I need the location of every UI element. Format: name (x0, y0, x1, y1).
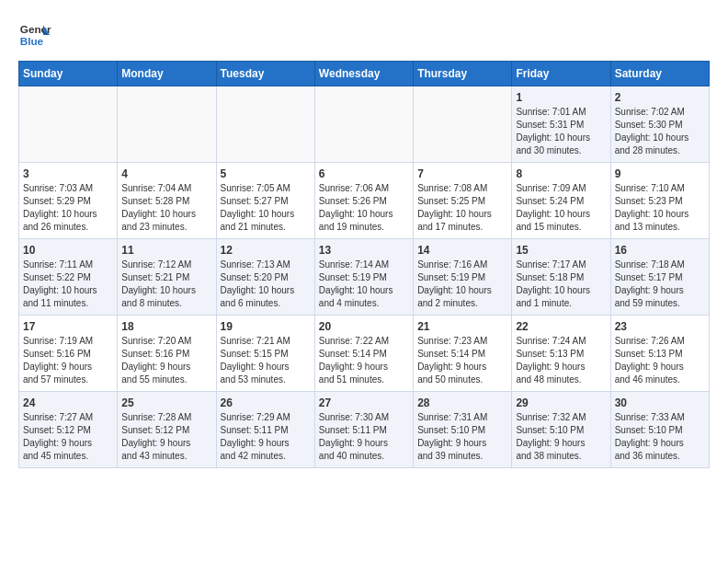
day-number: 26 (221, 396, 311, 409)
calendar-cell (414, 86, 512, 163)
day-number: 21 (417, 320, 507, 333)
weekday-header-wednesday: Wednesday (314, 62, 413, 86)
calendar-cell: 5Sunrise: 7:05 AM Sunset: 5:27 PM Daylig… (216, 163, 314, 239)
day-info: Sunrise: 7:22 AM Sunset: 5:14 PM Dayligh… (319, 335, 409, 386)
day-info: Sunrise: 7:13 AM Sunset: 5:20 PM Dayligh… (221, 259, 311, 310)
weekday-header-thursday: Thursday (414, 62, 512, 86)
day-info: Sunrise: 7:27 AM Sunset: 5:12 PM Dayligh… (23, 411, 113, 463)
day-info: Sunrise: 7:06 AM Sunset: 5:26 PM Dayligh… (319, 182, 409, 234)
calendar-cell: 18Sunrise: 7:20 AM Sunset: 5:16 PM Dayli… (118, 316, 216, 392)
calendar-cell: 16Sunrise: 7:18 AM Sunset: 5:17 PM Dayli… (610, 239, 709, 316)
day-info: Sunrise: 7:18 AM Sunset: 5:17 PM Dayligh… (615, 259, 705, 310)
calendar-cell: 26Sunrise: 7:29 AM Sunset: 5:11 PM Dayli… (216, 392, 314, 468)
day-info: Sunrise: 7:33 AM Sunset: 5:10 PM Dayligh… (615, 411, 705, 463)
day-number: 3 (23, 167, 113, 180)
day-number: 27 (319, 396, 409, 409)
day-number: 14 (417, 244, 507, 257)
day-number: 9 (615, 167, 705, 180)
day-info: Sunrise: 7:32 AM Sunset: 5:10 PM Dayligh… (516, 411, 606, 463)
calendar-cell: 15Sunrise: 7:17 AM Sunset: 5:18 PM Dayli… (512, 239, 610, 316)
day-number: 10 (23, 244, 113, 257)
day-info: Sunrise: 7:24 AM Sunset: 5:13 PM Dayligh… (516, 335, 606, 386)
day-number: 20 (319, 320, 409, 333)
day-info: Sunrise: 7:12 AM Sunset: 5:21 PM Dayligh… (121, 259, 211, 310)
logo: General Blue (18, 18, 55, 52)
calendar-cell: 14Sunrise: 7:16 AM Sunset: 5:19 PM Dayli… (414, 239, 512, 316)
calendar-cell: 6Sunrise: 7:06 AM Sunset: 5:26 PM Daylig… (314, 163, 413, 239)
calendar-cell: 22Sunrise: 7:24 AM Sunset: 5:13 PM Dayli… (512, 316, 610, 392)
day-number: 11 (121, 244, 211, 257)
weekday-header-sunday: Sunday (19, 62, 118, 86)
calendar-cell: 9Sunrise: 7:10 AM Sunset: 5:23 PM Daylig… (610, 163, 709, 239)
calendar-cell (314, 86, 413, 163)
day-number: 4 (121, 167, 211, 180)
day-info: Sunrise: 7:10 AM Sunset: 5:23 PM Dayligh… (615, 182, 705, 234)
day-info: Sunrise: 7:02 AM Sunset: 5:30 PM Dayligh… (615, 106, 705, 157)
day-number: 2 (615, 91, 705, 104)
calendar-cell: 19Sunrise: 7:21 AM Sunset: 5:15 PM Dayli… (216, 316, 314, 392)
calendar-cell: 28Sunrise: 7:31 AM Sunset: 5:10 PM Dayli… (414, 392, 512, 468)
calendar-cell: 10Sunrise: 7:11 AM Sunset: 5:22 PM Dayli… (19, 239, 118, 316)
day-number: 1 (516, 91, 606, 104)
day-info: Sunrise: 7:05 AM Sunset: 5:27 PM Dayligh… (221, 182, 311, 234)
page-header: General Blue (18, 18, 710, 52)
day-number: 23 (615, 320, 705, 333)
day-number: 30 (615, 396, 705, 409)
calendar-week-row: 3Sunrise: 7:03 AM Sunset: 5:29 PM Daylig… (19, 163, 710, 239)
day-info: Sunrise: 7:16 AM Sunset: 5:19 PM Dayligh… (417, 259, 507, 310)
calendar-cell: 23Sunrise: 7:26 AM Sunset: 5:13 PM Dayli… (610, 316, 709, 392)
day-number: 19 (221, 320, 311, 333)
calendar-cell: 27Sunrise: 7:30 AM Sunset: 5:11 PM Dayli… (314, 392, 413, 468)
calendar-cell: 29Sunrise: 7:32 AM Sunset: 5:10 PM Dayli… (512, 392, 610, 468)
day-number: 18 (121, 320, 211, 333)
day-info: Sunrise: 7:19 AM Sunset: 5:16 PM Dayligh… (23, 335, 113, 386)
day-info: Sunrise: 7:20 AM Sunset: 5:16 PM Dayligh… (121, 335, 211, 386)
calendar-cell: 12Sunrise: 7:13 AM Sunset: 5:20 PM Dayli… (216, 239, 314, 316)
calendar-cell: 25Sunrise: 7:28 AM Sunset: 5:12 PM Dayli… (118, 392, 216, 468)
calendar-week-row: 1Sunrise: 7:01 AM Sunset: 5:31 PM Daylig… (19, 86, 710, 163)
day-info: Sunrise: 7:31 AM Sunset: 5:10 PM Dayligh… (417, 411, 507, 463)
day-number: 13 (319, 244, 409, 257)
calendar-cell: 30Sunrise: 7:33 AM Sunset: 5:10 PM Dayli… (610, 392, 709, 468)
day-number: 24 (23, 396, 113, 409)
weekday-header-monday: Monday (118, 62, 216, 86)
logo-icon: General Blue (18, 18, 51, 52)
day-info: Sunrise: 7:04 AM Sunset: 5:28 PM Dayligh… (121, 182, 211, 234)
day-info: Sunrise: 7:01 AM Sunset: 5:31 PM Dayligh… (516, 106, 606, 157)
calendar-cell: 2Sunrise: 7:02 AM Sunset: 5:30 PM Daylig… (610, 86, 709, 163)
day-info: Sunrise: 7:26 AM Sunset: 5:13 PM Dayligh… (615, 335, 705, 386)
day-number: 7 (417, 167, 507, 180)
day-number: 25 (121, 396, 211, 409)
calendar-cell: 17Sunrise: 7:19 AM Sunset: 5:16 PM Dayli… (19, 316, 118, 392)
calendar-cell: 4Sunrise: 7:04 AM Sunset: 5:28 PM Daylig… (118, 163, 216, 239)
day-number: 16 (615, 244, 705, 257)
day-info: Sunrise: 7:29 AM Sunset: 5:11 PM Dayligh… (221, 411, 311, 463)
day-number: 28 (417, 396, 507, 409)
calendar-cell (216, 86, 314, 163)
day-info: Sunrise: 7:17 AM Sunset: 5:18 PM Dayligh… (516, 259, 606, 310)
svg-text:Blue: Blue (20, 35, 44, 47)
day-info: Sunrise: 7:11 AM Sunset: 5:22 PM Dayligh… (23, 259, 113, 310)
weekday-header-saturday: Saturday (610, 62, 709, 86)
calendar-cell: 20Sunrise: 7:22 AM Sunset: 5:14 PM Dayli… (314, 316, 413, 392)
day-info: Sunrise: 7:09 AM Sunset: 5:24 PM Dayligh… (516, 182, 606, 234)
calendar-week-row: 17Sunrise: 7:19 AM Sunset: 5:16 PM Dayli… (19, 316, 710, 392)
day-number: 8 (516, 167, 606, 180)
calendar-week-row: 10Sunrise: 7:11 AM Sunset: 5:22 PM Dayli… (19, 239, 710, 316)
weekday-header-row: SundayMondayTuesdayWednesdayThursdayFrid… (19, 62, 710, 86)
day-number: 6 (319, 167, 409, 180)
weekday-header-tuesday: Tuesday (216, 62, 314, 86)
day-number: 15 (516, 244, 606, 257)
day-info: Sunrise: 7:23 AM Sunset: 5:14 PM Dayligh… (417, 335, 507, 386)
day-info: Sunrise: 7:08 AM Sunset: 5:25 PM Dayligh… (417, 182, 507, 234)
day-info: Sunrise: 7:30 AM Sunset: 5:11 PM Dayligh… (319, 411, 409, 463)
day-number: 5 (221, 167, 311, 180)
day-info: Sunrise: 7:03 AM Sunset: 5:29 PM Dayligh… (23, 182, 113, 234)
calendar-cell (19, 86, 118, 163)
day-number: 17 (23, 320, 113, 333)
day-info: Sunrise: 7:14 AM Sunset: 5:19 PM Dayligh… (319, 259, 409, 310)
calendar-week-row: 24Sunrise: 7:27 AM Sunset: 5:12 PM Dayli… (19, 392, 710, 468)
calendar-table: SundayMondayTuesdayWednesdayThursdayFrid… (18, 61, 710, 468)
calendar-cell: 7Sunrise: 7:08 AM Sunset: 5:25 PM Daylig… (414, 163, 512, 239)
calendar-cell: 8Sunrise: 7:09 AM Sunset: 5:24 PM Daylig… (512, 163, 610, 239)
